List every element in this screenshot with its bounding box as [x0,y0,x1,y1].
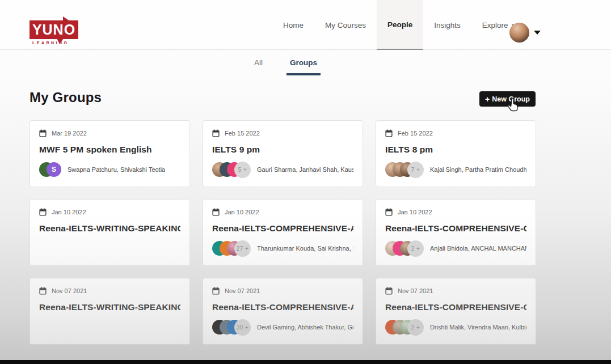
avatar-stack: 2 + [385,240,424,257]
card-title: MWF 5 PM spoken English [39,145,180,155]
nav-item-label: Home [283,21,304,29]
calendar-icon [385,287,393,295]
card-date-row: Jan 10 2022 [385,208,526,216]
calendar-icon [39,129,47,137]
avatar-stack: S [39,162,61,177]
logo-box: YUNO [30,20,78,39]
card-footer: 2 + Anjali Bhidola, ANCHAL MANCHANDA, Su… [385,240,526,257]
nav-item-insights[interactable]: Insights [423,0,471,50]
group-card[interactable]: Feb 15 2022 IELTS 8 pm 7 + Kajal Singh, … [376,120,536,187]
avatar-overflow-count: 2 + [407,240,424,257]
card-date-row: Mar 19 2022 [39,129,180,137]
group-card[interactable]: Jan 10 2022 Reena-IELTS-COMPREHENSIVE-AC… [203,199,363,266]
card-footer: 30 + Devil Gaming, Abhishek Thakur, Gurs… [212,319,353,336]
card-title: Reena-IELTS-COMPREHENSIVE-ACA... [212,302,353,312]
tab-groups[interactable]: Groups [286,55,321,75]
card-members: Anjali Bhidola, ANCHAL MANCHANDA, Su... [430,245,526,252]
calendar-icon [212,129,220,137]
card-title: Reena-IELTS-COMPREHENSIVE-GENE... [385,302,526,312]
avatar-overflow-count: 27 + [234,240,251,257]
card-date: Jan 10 2022 [52,209,86,215]
user-avatar[interactable] [509,23,529,43]
people-tabs: AllGroups [251,55,321,75]
member-avatar-initial: S [47,162,61,177]
card-date: Mar 19 2022 [52,130,87,137]
group-card[interactable]: Nov 07 2021 Reena-IELTS-WRITING-SPEAKING… [30,278,190,345]
card-members: Drishti Malik, Virendra Maan, Kulbir Dha… [430,324,526,331]
card-footer: 27 + Tharunkumar Kouda, Sai Krishna, Sum… [212,240,353,257]
nav-item-label: My Courses [325,21,366,29]
nav-item-home[interactable]: Home [272,0,314,50]
card-date-row: Jan 10 2022 [212,208,353,216]
calendar-icon [212,287,220,295]
card-date-row: Feb 15 2022 [385,129,526,137]
card-date-row: Nov 07 2021 [385,287,526,295]
main-nav: HomeMy CoursesPeopleInsightsExplore [272,0,528,50]
nav-item-label: Insights [434,21,461,29]
card-members: Gauri Sharma, Janhavi Shah, Kaustubh Ba.… [257,166,353,173]
logo-speech-tail [57,39,64,44]
avatar-overflow-count: 2 + [407,319,424,336]
plus-icon: + [485,95,490,103]
logo-flag-shape [63,16,70,21]
card-date: Nov 07 2021 [52,287,87,294]
card-footer: S Swapna Patchuru, Shivakshi Teotia [39,161,180,178]
avatar-stack: 5 + [212,162,251,178]
new-group-label: New Group [492,95,530,103]
nav-item-people[interactable]: People [377,0,423,50]
card-title: Reena-IELTS-COMPREHENSIVE-GENE... [385,223,526,234]
group-card[interactable]: Jan 10 2022 Reena-IELTS-COMPREHENSIVE-GE… [376,199,536,266]
card-members: Swapna Patchuru, Shivakshi Teotia [68,166,165,173]
card-date: Jan 10 2022 [225,209,259,215]
card-date-row: Nov 07 2021 [39,287,180,295]
tab-all[interactable]: All [251,55,266,75]
card-date-row: Nov 07 2021 [212,287,353,295]
letterbox-bar [0,360,611,364]
card-title: IELTS 8 pm [385,145,526,155]
user-menu[interactable] [509,23,541,43]
avatar-overflow-count: 5 + [234,162,251,178]
calendar-icon [385,208,393,216]
card-date: Feb 15 2022 [225,130,260,137]
card-footer: 5 + Gauri Sharma, Janhavi Shah, Kaustubh… [212,161,353,178]
card-footer: 2 + Drishti Malik, Virendra Maan, Kulbir… [385,319,526,336]
avatar-stack: 27 + [212,240,251,257]
card-title: IELTS 9 pm [212,145,353,155]
avatar-stack: 2 + [385,319,424,336]
logo-subtitle: LEARNING [30,41,78,45]
calendar-icon [212,208,220,216]
card-date-row: Feb 15 2022 [212,129,353,137]
avatar-stack: 7 + [385,162,424,178]
calendar-icon [385,129,393,137]
card-title: Reena-IELTS-WRITING-SPEAKING-20... [39,302,180,312]
card-date: Jan 10 2022 [398,209,432,215]
avatar-overflow-count: 7 + [407,162,424,178]
groups-grid: Mar 19 2022 MWF 5 PM spoken English S Sw… [30,120,536,345]
nav-item-label: Explore [482,21,508,29]
caret-down-icon[interactable] [534,31,541,35]
nav-item-my-courses[interactable]: My Courses [314,0,377,50]
card-footer: 7 + Kajal Singh, Partha Pratim Choudhury… [385,161,526,178]
card-date-row: Jan 10 2022 [39,208,180,216]
calendar-icon [39,208,47,216]
card-title: Reena-IELTS-COMPREHENSIVE-ACA... [212,223,353,234]
card-members: Tharunkumar Kouda, Sai Krishna, Suma D..… [257,245,353,252]
nav-item-label: People [387,20,412,29]
card-members: Kajal Singh, Partha Pratim Choudhury, Sr… [430,166,526,173]
calendar-icon [39,287,47,295]
group-card[interactable]: Feb 15 2022 IELTS 9 pm 5 + Gauri Sharma,… [203,120,363,187]
group-card[interactable]: Nov 07 2021 Reena-IELTS-COMPREHENSIVE-AC… [203,278,363,345]
avatar-stack: 30 + [212,319,251,336]
card-members: Devil Gaming, Abhishek Thakur, Gursharan… [257,324,353,331]
card-title: Reena-IELTS-WRITING-SPEAKING-20... [39,223,180,234]
group-card[interactable]: Nov 07 2021 Reena-IELTS-COMPREHENSIVE-GE… [376,278,536,345]
card-date: Nov 07 2021 [225,287,260,294]
card-date: Feb 15 2022 [398,130,433,137]
card-date: Nov 07 2021 [398,287,433,294]
group-card[interactable]: Jan 10 2022 Reena-IELTS-WRITING-SPEAKING… [30,199,190,266]
yuno-logo[interactable]: YUNO LEARNING [30,20,78,45]
new-group-button[interactable]: + New Group [479,91,536,107]
page-title: My Groups [30,90,102,105]
logo-text: YUNO [32,22,75,38]
group-card[interactable]: Mar 19 2022 MWF 5 PM spoken English S Sw… [30,120,190,187]
